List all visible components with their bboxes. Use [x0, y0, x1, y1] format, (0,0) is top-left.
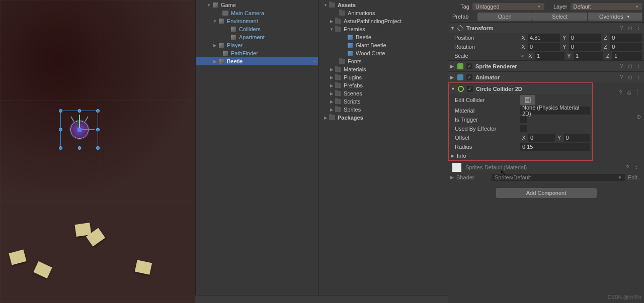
project-item-enemies[interactable]: ▼ Enemies — [318, 25, 448, 33]
expand-arrow-icon[interactable]: ▶ — [329, 90, 335, 96]
expand-arrow-icon[interactable]: ▼ — [212, 18, 218, 24]
scale-y-field[interactable]: 1 — [574, 52, 603, 60]
preset-icon[interactable]: ⎙ — [626, 25, 633, 31]
hierarchy-item-player[interactable]: ▶ Player — [196, 41, 318, 49]
expand-arrow-icon[interactable]: ▶ — [450, 175, 456, 180]
project-item-assets[interactable]: ▼ Assets — [318, 1, 448, 9]
preset-icon[interactable]: ⎙ — [626, 63, 633, 69]
project-item-woodcrate[interactable]: Wood Crate — [318, 49, 448, 57]
expand-arrow-icon[interactable]: ▶ — [329, 82, 335, 88]
help-icon[interactable]: ? — [618, 25, 625, 31]
folder-icon — [329, 3, 335, 8]
expand-arrow-icon[interactable]: ▶ — [212, 42, 218, 48]
expand-arrow-icon[interactable]: ▶ — [323, 115, 329, 121]
menu-icon[interactable]: ⋮ — [633, 164, 640, 170]
istrigger-checkbox[interactable] — [520, 116, 527, 123]
expand-arrow-icon[interactable]: ▶ — [451, 153, 457, 158]
expand-arrow-icon[interactable]: ▶ — [450, 64, 456, 69]
material-header[interactable]: Sprites-Default (Material) ? ⋮ — [448, 161, 644, 173]
project-item-scripts[interactable]: ▶ Scripts — [318, 97, 448, 106]
project-item-prefabs[interactable]: ▶ Prefabs — [318, 81, 448, 89]
scale-z-field[interactable]: 1 — [612, 52, 642, 60]
object-picker-icon[interactable]: ⊙ — [636, 114, 641, 120]
circlecollider-header[interactable]: ▼ ✓ Circle Collider 2D — [449, 83, 592, 94]
expand-arrow-icon[interactable]: ▶ — [329, 18, 335, 24]
help-icon[interactable]: ? — [618, 74, 625, 80]
edit-collider-button[interactable] — [520, 95, 535, 105]
help-icon[interactable]: ? — [617, 89, 624, 96]
rotation-x-field[interactable]: 0 — [528, 43, 560, 51]
expand-arrow-icon[interactable]: ▶ — [329, 107, 335, 113]
offset-x-field[interactable]: 0 — [528, 134, 555, 142]
expand-arrow-icon[interactable]: ▼ — [329, 26, 335, 32]
expand-arrow-icon[interactable]: ▶ — [212, 58, 218, 64]
expand-arrow-icon[interactable]: ▶ — [450, 75, 456, 80]
scale-link-icon[interactable]: ⚭ — [520, 52, 525, 59]
tree-label: Enemies — [343, 26, 365, 32]
prefab-select-button[interactable]: Select — [532, 13, 587, 21]
menu-icon[interactable]: ⋮ — [635, 63, 642, 69]
project-item-giantbeetle[interactable]: Giant Beetle — [318, 41, 448, 49]
usedbyeffector-checkbox[interactable] — [520, 125, 527, 132]
rotation-y-field[interactable]: 0 — [569, 43, 601, 51]
spriterenderer-header[interactable]: ▶ ✓ Sprite Renderer ? ⎙ ⋮ — [448, 60, 644, 71]
expand-arrow-icon[interactable]: ▼ — [450, 26, 456, 31]
scale-x-field[interactable]: 1 — [535, 52, 565, 60]
shader-dropdown[interactable]: Sprites/Default ▼ — [492, 174, 625, 181]
hierarchy-item-colliders[interactable]: Colliders — [196, 25, 318, 33]
tag-dropdown[interactable]: Untagged▼ — [472, 3, 544, 10]
project-item-packages[interactable]: ▶ Packages — [318, 114, 448, 122]
selection-gizmo[interactable] — [60, 111, 98, 148]
hierarchy-item-environment[interactable]: ▼ Environment — [196, 17, 318, 25]
rotation-z-field[interactable]: 0 — [610, 43, 642, 51]
add-component-button[interactable]: Add Component — [496, 188, 597, 198]
material-field[interactable]: None (Physics Material 2D) — [520, 107, 590, 115]
position-z-field[interactable]: 0 — [610, 34, 642, 42]
radius-field[interactable]: 0.15 — [520, 143, 590, 151]
hierarchy-item-apartment[interactable]: Apartment — [196, 33, 318, 41]
expand-arrow-icon[interactable]: ▶ — [329, 74, 335, 80]
menu-icon[interactable]: ⋮ — [634, 89, 641, 96]
hierarchy-item-beetle[interactable]: ▶ Beetle › — [196, 57, 318, 65]
material-name: Sprites-Default (Material) — [465, 164, 624, 170]
help-icon[interactable]: ? — [618, 63, 625, 69]
enable-checkbox[interactable]: ✓ — [466, 74, 472, 80]
menu-icon[interactable]: ⋮ — [635, 74, 642, 80]
project-item-materials[interactable]: ▶ Materials — [318, 65, 448, 73]
scene-viewport[interactable] — [0, 0, 195, 303]
project-item-animations[interactable]: Animations — [318, 9, 448, 17]
layer-dropdown[interactable]: Default▼ — [571, 3, 642, 10]
hierarchy-item-maincamera[interactable]: Main Camera — [196, 9, 318, 17]
prefab-open-button[interactable]: Open — [477, 13, 532, 21]
project-item-astar[interactable]: ▶ AstarPathfindingProject — [318, 17, 448, 25]
project-item-fonts[interactable]: Fonts — [318, 57, 448, 65]
hierarchy-item-pathfinder[interactable]: PathFinder — [196, 49, 318, 57]
enable-checkbox[interactable]: ✓ — [466, 63, 472, 69]
position-x-field[interactable]: 4.81 — [528, 34, 560, 42]
info-label[interactable]: Info — [457, 153, 466, 159]
axis-x-label: X — [527, 53, 534, 59]
edit-button[interactable]: Edit... — [628, 174, 642, 180]
expand-arrow-icon[interactable]: ▶ — [329, 98, 335, 105]
offset-y-field[interactable]: 0 — [564, 134, 591, 142]
position-y-field[interactable]: 0 — [569, 34, 601, 42]
preset-icon[interactable]: ⎙ — [625, 89, 632, 96]
expand-arrow-icon[interactable]: ▶ — [329, 66, 335, 72]
prefab-overrides-button[interactable]: Overrides▼ — [588, 13, 642, 21]
expand-arrow-icon[interactable]: ▼ — [451, 86, 457, 91]
hierarchy-item-game[interactable]: ▼ Game — [196, 1, 318, 9]
enable-checkbox[interactable]: ✓ — [467, 86, 473, 92]
project-item-plugins[interactable]: ▶ Plugins — [318, 73, 448, 81]
preset-icon[interactable]: ⎙ — [626, 74, 633, 80]
menu-icon[interactable]: ⋮ — [635, 25, 642, 31]
project-item-scenes[interactable]: ▶ Scenes — [318, 89, 448, 97]
prefab-open-icon[interactable]: › — [313, 59, 315, 64]
menu-icon[interactable]: ⋮ — [439, 296, 445, 302]
project-item-sprites[interactable]: ▶ Sprites — [318, 106, 448, 114]
help-icon[interactable]: ? — [624, 164, 631, 170]
project-item-beetle[interactable]: Beetle — [318, 33, 448, 41]
animator-header[interactable]: ▶ ✓ Animator ? ⎙ ⋮ — [448, 71, 644, 82]
expand-arrow-icon[interactable]: ▼ — [323, 2, 329, 8]
expand-arrow-icon[interactable]: ▼ — [206, 2, 212, 8]
transform-header[interactable]: ▼ Transform ? ⎙ ⋮ — [448, 22, 644, 33]
